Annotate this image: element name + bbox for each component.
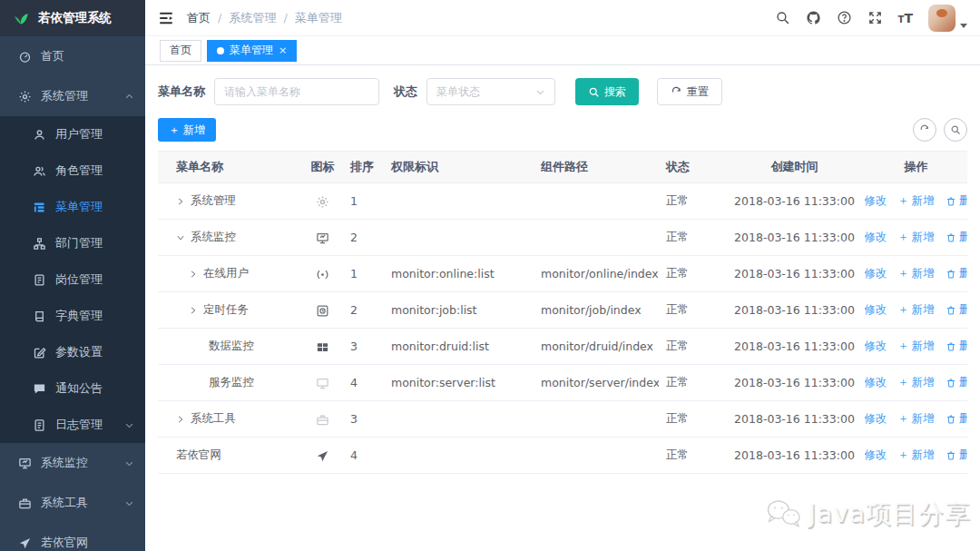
github-icon[interactable] [806, 10, 821, 25]
search-icon[interactable] [775, 10, 790, 25]
refresh-icon [671, 86, 682, 98]
breadcrumb-menu: 菜单管理 [295, 10, 342, 26]
active-dot-icon [217, 47, 224, 54]
delete-link[interactable]: 删除 [946, 448, 967, 463]
trash-icon [946, 269, 956, 280]
sidebar-item-roles[interactable]: 角色管理 [0, 153, 145, 189]
gear-icon [18, 90, 32, 103]
post-icon [33, 273, 46, 287]
breadcrumb-home[interactable]: 首页 [187, 10, 211, 26]
sidebar-item-system[interactable]: 系统管理 [0, 76, 145, 116]
edit-link[interactable]: 修改 [865, 230, 887, 245]
menu-name-input[interactable] [214, 78, 379, 105]
reset-button[interactable]: 重置 [657, 78, 722, 105]
add-link[interactable]: ＋新增 [897, 411, 935, 427]
delete-link[interactable]: 删除 [946, 339, 967, 354]
add-link[interactable]: ＋新增 [897, 339, 935, 354]
font-size-icon[interactable]: TT [898, 11, 913, 25]
peoples-icon [33, 164, 46, 178]
sidebar-item-users[interactable]: 用户管理 [0, 116, 145, 153]
edit-link[interactable]: 修改 [865, 302, 887, 318]
avatar[interactable] [928, 5, 956, 32]
watermark: Java项目分享 [765, 497, 971, 531]
tree-table-icon [33, 201, 46, 214]
sidebar-item-posts[interactable]: 岗位管理 [0, 261, 145, 298]
status-select[interactable]: 菜单状态 [426, 78, 555, 105]
table-row: 若依官网 4 正常 2018-03-16 11:33:00 修改 ＋新增 删除 [158, 438, 967, 474]
header-actions: TT [775, 5, 967, 32]
trash-icon [946, 232, 956, 243]
table-row: 在线用户 1 monitor:online:list monitor/onlin… [158, 256, 967, 292]
sidebar-item-home[interactable]: 首页 [0, 36, 145, 76]
table-row: 服务监控 4 monitor:server:list monitor/serve… [158, 365, 967, 401]
delete-link[interactable]: 删除 [946, 302, 967, 318]
edit-link[interactable]: 修改 [865, 339, 887, 354]
trash-icon [946, 196, 956, 207]
user-menu[interactable] [928, 5, 967, 32]
edit-link[interactable]: 修改 [865, 266, 887, 281]
table-row: 系统管理 1 正常 2018-03-16 11:33:00 修改 ＋新增 删除 [158, 183, 967, 220]
chevron-down-icon [124, 420, 134, 430]
watermark-text: Java项目分享 [808, 497, 971, 531]
delete-link[interactable]: 删除 [946, 230, 967, 245]
status-label: 状态 [394, 84, 417, 100]
expand-icon[interactable] [189, 270, 198, 279]
trash-icon [946, 450, 956, 461]
expand-icon[interactable] [176, 197, 185, 206]
edit-icon [33, 346, 46, 359]
breadcrumb-system[interactable]: 系统管理 [229, 10, 276, 26]
table-header: 菜单名称 图标 排序 权限标识 组件路径 状态 创建时间 操作 [158, 151, 967, 183]
tab-menu-management[interactable]: 菜单管理 × [207, 40, 297, 62]
add-link[interactable]: ＋新增 [897, 375, 935, 390]
edit-link[interactable]: 修改 [865, 411, 887, 427]
delete-link[interactable]: 删除 [946, 375, 967, 390]
add-link[interactable]: ＋新增 [897, 266, 935, 281]
edit-link[interactable]: 修改 [865, 193, 887, 209]
delete-link[interactable]: 删除 [946, 266, 967, 281]
trash-icon [946, 341, 956, 352]
sidebar-item-tools[interactable]: 系统工具 [0, 483, 145, 523]
question-icon[interactable] [837, 10, 852, 25]
table-row: 系统工具 3 正常 2018-03-16 11:33:00 修改 ＋新增 删除 [158, 401, 967, 438]
status-text: 正常 [659, 266, 724, 281]
table-toolbar: ＋ 新增 [158, 118, 967, 142]
sidebar-item-website[interactable]: 若依官网 [0, 523, 145, 551]
sidebar-item-depts[interactable]: 部门管理 [0, 225, 145, 261]
chevron-down-icon [124, 458, 134, 468]
status-text: 正常 [659, 230, 724, 245]
toggle-search-button[interactable] [944, 118, 967, 142]
sidebar-item-notice[interactable]: 通知公告 [0, 370, 145, 407]
fullscreen-icon[interactable] [867, 10, 883, 25]
sidebar-item-dict[interactable]: 字典管理 [0, 298, 145, 334]
monitor-icon [18, 457, 32, 470]
edit-link[interactable]: 修改 [865, 375, 887, 390]
search-button[interactable]: 搜索 [575, 78, 639, 105]
trash-icon [946, 414, 956, 425]
refresh-table-button[interactable] [913, 118, 936, 142]
add-button[interactable]: ＋ 新增 [158, 118, 216, 142]
expand-icon[interactable] [176, 415, 185, 424]
add-link[interactable]: ＋新增 [897, 230, 935, 245]
monitor-icon [316, 231, 329, 245]
expand-icon[interactable] [189, 306, 198, 315]
delete-link[interactable]: 删除 [946, 193, 967, 209]
gear-icon [316, 195, 329, 209]
sidebar-item-logs[interactable]: 日志管理 [0, 407, 145, 443]
tags-view-bar: 首页 菜单管理 × [145, 36, 980, 65]
add-link[interactable]: ＋新增 [897, 193, 935, 209]
sidebar-item-monitor[interactable]: 系统监控 [0, 443, 145, 483]
add-link[interactable]: ＋新增 [897, 448, 935, 463]
add-link[interactable]: ＋新增 [897, 302, 935, 318]
collapse-icon[interactable] [176, 233, 185, 242]
edit-link[interactable]: 修改 [865, 448, 887, 463]
sidebar-item-menus[interactable]: 菜单管理 [0, 189, 145, 225]
tab-home[interactable]: 首页 [160, 40, 201, 62]
sidebar-collapse-icon[interactable] [158, 10, 174, 26]
dashboard-icon [18, 50, 32, 64]
caret-down-icon [960, 24, 967, 28]
close-icon[interactable]: × [279, 45, 287, 55]
delete-link[interactable]: 删除 [946, 411, 967, 427]
table-tools [913, 118, 967, 142]
menu-name-label: 菜单名称 [158, 84, 205, 100]
sidebar-item-config[interactable]: 参数设置 [0, 334, 145, 370]
